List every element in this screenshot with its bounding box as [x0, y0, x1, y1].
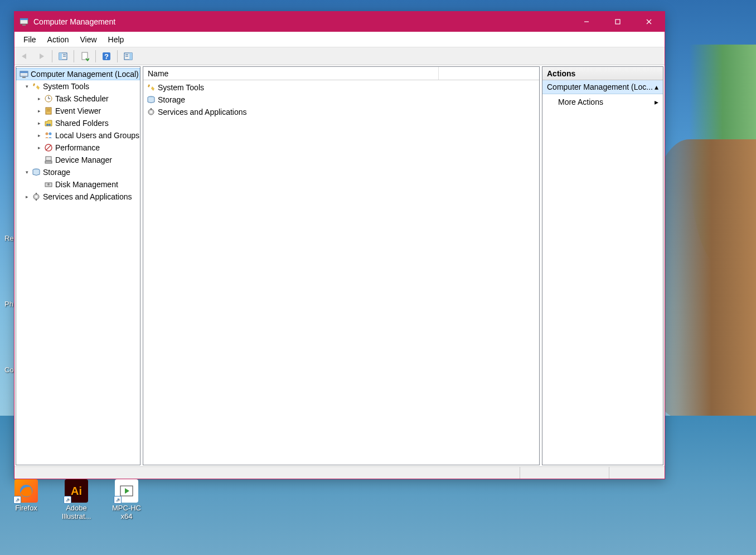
menu-action[interactable]: Action	[42, 34, 75, 45]
tree-pane: Computer Management (Local) ▾ System Too…	[16, 66, 140, 465]
svg-rect-45	[151, 108, 152, 110]
spacer	[35, 156, 43, 164]
menu-file[interactable]: File	[18, 34, 42, 45]
tree-shared-folders[interactable]: ▸ Shared Folders	[16, 117, 140, 129]
close-button[interactable]	[633, 12, 665, 32]
list-header: Name	[143, 67, 539, 80]
tree-label: Shared Folders	[55, 119, 109, 128]
desktop-label: Adobe Illustrat...	[56, 504, 97, 520]
list-pane: Name System Tools Storage Services and A…	[143, 66, 540, 465]
tree-label: Computer Management (Local)	[31, 70, 139, 79]
list-label: Services and Applications	[158, 108, 247, 116]
desktop-icon-mpc[interactable]: ↗ MPC-HC x64	[106, 479, 147, 520]
desktop-label-partial: Re	[4, 234, 14, 242]
actions-group-label: Computer Management (Loc...	[547, 82, 653, 91]
tree-system-tools[interactable]: ▾ System Tools	[16, 80, 140, 93]
svg-point-29	[46, 133, 49, 135]
menu-view[interactable]: View	[74, 34, 102, 45]
actions-more[interactable]: More Actions ▸	[542, 94, 663, 110]
tree-event-viewer[interactable]: ▸ Event Viewer	[16, 105, 140, 117]
chevron-down-icon[interactable]: ▾	[23, 168, 31, 176]
clock-icon	[43, 94, 54, 103]
shortcut-arrow-icon: ↗	[114, 496, 122, 504]
desktop-icon-illustrator[interactable]: Ai ↗ Adobe Illustrat...	[56, 479, 97, 520]
back-button[interactable]	[17, 49, 32, 64]
app-icon	[19, 17, 29, 27]
book-icon	[43, 106, 54, 115]
svg-rect-41	[36, 199, 37, 201]
list-label: System Tools	[158, 83, 204, 92]
device-icon	[43, 155, 54, 164]
users-icon	[43, 131, 54, 140]
collapse-icon: ▴	[655, 82, 658, 91]
tree-label: Performance	[55, 143, 100, 152]
tools-icon	[146, 82, 157, 93]
chevron-right-icon[interactable]: ▸	[35, 144, 43, 152]
tools-icon	[31, 82, 41, 91]
list-item-services-apps[interactable]: Services and Applications	[143, 106, 539, 118]
svg-rect-4	[616, 20, 620, 24]
svg-text:?: ?	[104, 52, 109, 61]
svg-rect-15	[129, 53, 132, 60]
tree-local-users[interactable]: ▸ Local Users and Groups	[16, 129, 140, 142]
svg-rect-20	[22, 77, 26, 78]
chevron-right-icon[interactable]: ▸	[23, 193, 31, 201]
properties-button[interactable]	[77, 49, 93, 64]
desktop-label: Firefox	[6, 504, 47, 512]
chevron-right-icon[interactable]: ▸	[35, 107, 43, 115]
tree-label: Device Manager	[55, 155, 112, 164]
svg-point-27	[46, 124, 49, 126]
tree-label: Task Scheduler	[55, 94, 109, 103]
tree-label: Local Users and Groups	[55, 131, 139, 140]
menu-help[interactable]: Help	[103, 34, 130, 45]
maximize-button[interactable]	[602, 12, 633, 32]
desktop-label: MPC-HC x64	[106, 504, 147, 520]
list-item-system-tools[interactable]: System Tools	[143, 81, 539, 94]
chevron-right-icon[interactable]: ▸	[35, 95, 43, 103]
tree-performance[interactable]: ▸ Performance	[16, 142, 140, 154]
toolbar: ?	[14, 47, 665, 65]
actions-header: Actions	[542, 67, 663, 80]
help-button[interactable]: ?	[99, 49, 114, 64]
actions-more-label: More Actions	[558, 98, 603, 106]
column-name[interactable]: Name	[143, 67, 439, 80]
svg-rect-11	[82, 52, 88, 60]
show-hide-tree-button[interactable]	[55, 49, 71, 64]
statusbar	[14, 466, 665, 479]
svg-point-28	[49, 124, 51, 126]
tree-label: Event Viewer	[55, 106, 101, 115]
list-item-storage[interactable]: Storage	[143, 94, 539, 106]
disk-icon	[43, 180, 54, 189]
content-area: Computer Management (Local) ▾ System Too…	[14, 65, 665, 466]
svg-rect-19	[20, 71, 28, 73]
titlebar[interactable]: Computer Management	[14, 12, 665, 32]
tree-device-manager[interactable]: Device Manager	[16, 154, 140, 166]
list-label: Storage	[158, 95, 185, 104]
desktop-icon-firefox[interactable]: ↗ Firefox	[6, 479, 47, 512]
svg-point-39	[35, 196, 37, 198]
tree-label: Disk Management	[55, 180, 118, 189]
chevron-right-icon[interactable]: ▸	[35, 132, 43, 139]
tree-task-scheduler[interactable]: ▸ Task Scheduler	[16, 93, 140, 105]
window-title: Computer Management	[33, 17, 571, 26]
svg-rect-40	[36, 193, 37, 194]
chevron-right-icon[interactable]: ▸	[35, 119, 43, 127]
tree-disk-management[interactable]: Disk Management	[16, 178, 140, 191]
show-hide-actions-button[interactable]	[120, 49, 136, 64]
svg-rect-1	[20, 18, 28, 20]
svg-point-30	[49, 133, 52, 135]
forward-button[interactable]	[33, 49, 49, 64]
shortcut-arrow-icon: ↗	[64, 496, 71, 504]
svg-rect-34	[45, 161, 52, 163]
tree-storage[interactable]: ▾ Storage	[16, 166, 140, 178]
tree-root[interactable]: Computer Management (Local)	[16, 68, 140, 80]
storage-icon	[146, 95, 157, 105]
actions-group[interactable]: Computer Management (Loc... ▴	[542, 80, 663, 94]
svg-rect-2	[22, 25, 26, 26]
svg-point-37	[47, 183, 50, 186]
chevron-down-icon[interactable]: ▾	[23, 82, 31, 90]
computer-icon	[19, 70, 29, 79]
performance-icon	[43, 143, 54, 152]
minimize-button[interactable]	[571, 12, 602, 32]
tree-services-apps[interactable]: ▸ Services and Applications	[16, 191, 140, 203]
